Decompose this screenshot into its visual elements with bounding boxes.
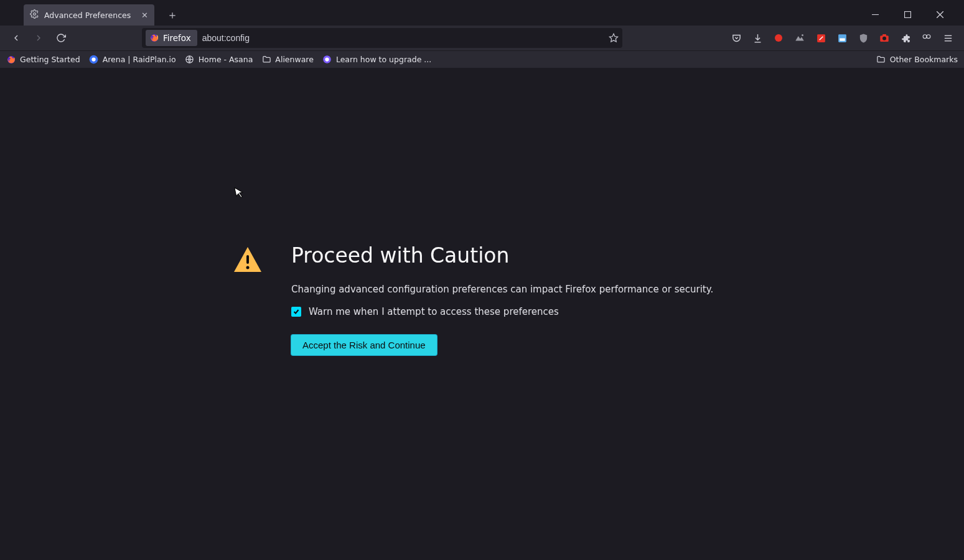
toolbar-extensions [730, 32, 958, 44]
new-tab-button[interactable]: ＋ [164, 6, 181, 24]
pocket-icon[interactable] [730, 32, 742, 44]
app-menu-button[interactable] [942, 32, 954, 44]
warn-checkbox-label: Warn me when I attempt to access these p… [309, 306, 559, 317]
url-input[interactable] [202, 33, 604, 43]
extension-icon-blue[interactable] [836, 32, 848, 44]
bookmark-learn-upgrade[interactable]: Learn how to upgrade ... [322, 55, 431, 65]
warning-icon [233, 246, 263, 355]
other-bookmarks-label: Other Bookmarks [890, 55, 958, 64]
minimize-button[interactable] [864, 6, 886, 23]
bookmark-alienware[interactable]: Alienware [261, 55, 314, 65]
svg-point-8 [802, 34, 803, 36]
forward-button[interactable] [29, 28, 49, 48]
back-button[interactable] [6, 28, 26, 48]
warning-title: Proceed with Caution [291, 243, 713, 268]
svg-rect-26 [246, 255, 249, 264]
folder-icon [876, 55, 886, 65]
tab-title: Advanced Preferences [44, 11, 131, 20]
svg-rect-14 [882, 34, 886, 36]
bookmark-label: Arena | RaidPlan.io [103, 55, 176, 64]
close-window-button[interactable] [929, 6, 950, 23]
identity-box[interactable]: Firefox [146, 30, 197, 46]
other-bookmarks[interactable]: Other Bookmarks [876, 55, 958, 65]
svg-marker-6 [609, 34, 617, 42]
about-config-warning: Proceed with Caution Changing advanced c… [233, 243, 713, 355]
svg-point-27 [246, 266, 250, 269]
page-content: Proceed with Caution Changing advanced c… [0, 68, 964, 560]
extension-icon-gray[interactable] [793, 32, 806, 44]
downloads-icon[interactable] [751, 32, 764, 44]
tab-advanced-preferences[interactable]: Advanced Preferences ✕ [24, 4, 154, 26]
bookmarks-toolbar: Getting Started Arena | RaidPlan.io Home… [0, 50, 964, 68]
cursor-icon [234, 185, 246, 202]
tab-close-button[interactable]: ✕ [141, 11, 148, 20]
gamepad-icon[interactable] [920, 32, 933, 44]
warning-description: Changing advanced configuration preferen… [291, 284, 713, 295]
firefox-icon [6, 55, 16, 65]
svg-point-15 [923, 35, 927, 39]
svg-point-25 [325, 57, 329, 61]
site-icon [322, 55, 332, 65]
url-bar[interactable]: Firefox [142, 28, 622, 48]
bookmark-label: Getting Started [20, 55, 80, 64]
bookmark-label: Home - Asana [199, 55, 253, 64]
window-controls [864, 6, 964, 26]
camera-icon[interactable] [878, 32, 891, 44]
svg-point-16 [927, 35, 930, 39]
bookmark-label: Alienware [275, 55, 314, 64]
bookmark-getting-started[interactable]: Getting Started [6, 55, 80, 65]
svg-rect-2 [904, 11, 910, 17]
identity-label: Firefox [163, 33, 191, 43]
shield-icon[interactable] [857, 32, 869, 44]
titlebar: Advanced Preferences ✕ ＋ [0, 0, 964, 26]
folder-icon [261, 55, 271, 65]
gear-icon [30, 9, 39, 21]
svg-point-0 [34, 13, 36, 16]
extension-icon-redsquare[interactable] [815, 32, 827, 44]
svg-point-13 [882, 37, 886, 40]
bookmark-label: Learn how to upgrade ... [336, 55, 431, 64]
svg-point-7 [775, 34, 782, 42]
extensions-puzzle-icon[interactable] [899, 32, 912, 44]
bookmark-arena-raidplan[interactable]: Arena | RaidPlan.io [89, 55, 176, 65]
extension-icon-red[interactable] [772, 32, 785, 44]
warn-checkbox[interactable] [291, 307, 301, 317]
accept-risk-button[interactable]: Accept the Risk and Continue [291, 335, 437, 355]
globe-icon [185, 55, 195, 65]
firefox-icon [149, 33, 159, 43]
bookmark-star-button[interactable] [609, 33, 619, 43]
reload-button[interactable] [51, 28, 71, 48]
svg-rect-11 [840, 38, 845, 40]
bookmark-home-asana[interactable]: Home - Asana [185, 55, 253, 65]
tab-strip: Advanced Preferences ✕ ＋ [0, 4, 864, 26]
site-icon [89, 55, 99, 65]
maximize-button[interactable] [897, 6, 918, 23]
toolbar: Firefox [0, 26, 964, 50]
svg-point-22 [92, 57, 96, 61]
